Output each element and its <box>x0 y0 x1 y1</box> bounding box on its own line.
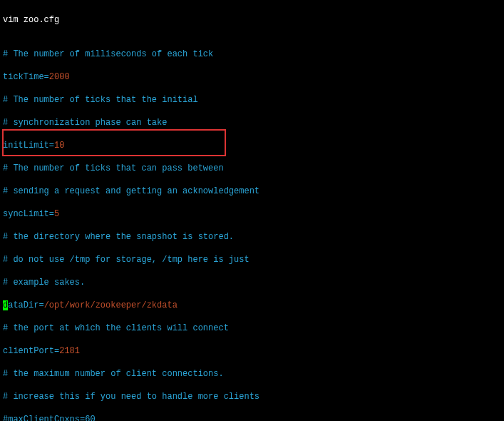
cfg-ticktime: tickTime=2000 <box>3 71 501 83</box>
cfg-comment: # the maximum number of client connectio… <box>3 368 501 380</box>
cfg-initlimit: initLimit=10 <box>3 140 501 151</box>
cfg-comment: #maxClientCnxns=60 <box>3 414 501 421</box>
cfg-value: 5 <box>54 209 59 219</box>
cfg-comment: # example sakes. <box>3 277 501 288</box>
cfg-value: 10 <box>54 141 64 151</box>
shell-command: vim zoo.cfg <box>3 14 501 26</box>
cfg-comment: # The number of milliseconds of each tic… <box>3 49 501 60</box>
cfg-comment: # The number of ticks that the initial <box>3 94 501 106</box>
cfg-datadir: dataDir=/opt/work/zookeeper/zkdata <box>3 300 501 311</box>
cfg-key: clientPort= <box>3 346 59 356</box>
cfg-comment: # synchronization phase can take <box>3 117 501 128</box>
cfg-synclimit: syncLimit=5 <box>3 208 501 220</box>
cfg-comment: # sending a request and getting an ackno… <box>3 186 501 197</box>
cfg-clientport: clientPort=2181 <box>3 345 501 357</box>
cfg-comment: # do not use /tmp for storage, /tmp here… <box>3 254 501 265</box>
cfg-comment: # the port at which the clients will con… <box>3 323 501 334</box>
cfg-key: initLimit= <box>3 141 54 151</box>
cfg-value: /opt/work/zookeeper/zkdata <box>44 300 178 310</box>
cfg-comment: # the directory where the snapshot is st… <box>3 231 501 243</box>
terminal-editor[interactable]: vim zoo.cfg # The number of milliseconds… <box>0 0 504 421</box>
cfg-key: ataDir= <box>8 300 43 310</box>
cfg-key: syncLimit= <box>3 209 54 219</box>
cfg-value: 2000 <box>49 72 70 82</box>
cfg-comment: # The number of ticks that can pass betw… <box>3 163 501 174</box>
cfg-comment: # increase this if you need to handle mo… <box>3 391 501 402</box>
cfg-value: 2181 <box>59 346 80 356</box>
cfg-key: tickTime= <box>3 72 49 82</box>
